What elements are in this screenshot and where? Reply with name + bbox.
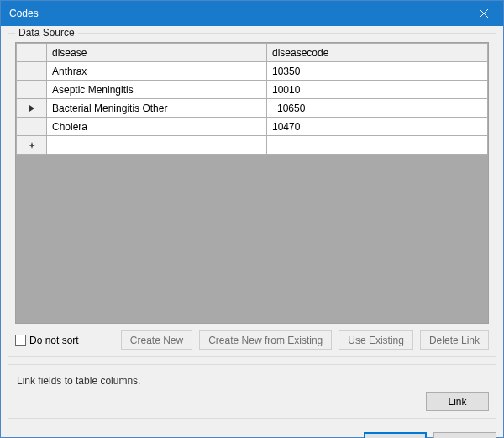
row-header-new[interactable]: [17, 136, 47, 155]
grid-toolbar: Do not sort Create New Create New from E…: [15, 330, 489, 350]
table-row[interactable]: Bacterial Meningitis Other: [17, 99, 488, 118]
column-header-disease[interactable]: disease: [47, 44, 267, 62]
cell-diseasecode[interactable]: [267, 136, 488, 155]
column-header-diseasecode[interactable]: diseasecode: [267, 44, 488, 62]
titlebar: Codes: [1, 1, 503, 26]
cell-editor[interactable]: [272, 99, 482, 117]
link-help-text: Link fields to table columns.: [17, 375, 489, 387]
cell-diseasecode[interactable]: 10470: [267, 118, 488, 136]
current-row-icon: [29, 104, 35, 113]
create-new-from-existing-button: Create New from Existing: [199, 330, 332, 350]
row-header-corner[interactable]: [17, 44, 47, 62]
ok-button[interactable]: OK: [364, 432, 427, 438]
row-header[interactable]: [17, 81, 47, 99]
dialog-buttons: OK Cancel: [1, 425, 503, 438]
new-row-icon: [28, 141, 36, 150]
row-header[interactable]: [17, 62, 47, 81]
data-source-group: Data Source disease diseasecode: [8, 33, 496, 357]
link-button[interactable]: Link: [426, 392, 489, 411]
data-source-label: Data Source: [15, 27, 78, 39]
cell-disease[interactable]: Bacterial Meningitis Other: [47, 99, 267, 118]
window-title: Codes: [9, 8, 465, 19]
codes-dialog: Codes Data Source disease diseasecode: [0, 0, 504, 438]
checkbox-box: [15, 335, 26, 346]
table-row[interactable]: Anthrax 10350: [17, 62, 488, 81]
close-icon: [480, 9, 488, 18]
client-area: Data Source disease diseasecode: [1, 26, 503, 425]
delete-link-button: Delete Link: [420, 330, 489, 350]
table-row[interactable]: Cholera 10470: [17, 118, 488, 136]
cancel-button[interactable]: Cancel: [433, 432, 496, 438]
cell-disease[interactable]: [47, 136, 267, 155]
do-not-sort-checkbox[interactable]: Do not sort: [15, 335, 79, 346]
table-row[interactable]: Aseptic Meningitis 10010: [17, 81, 488, 99]
cell-diseasecode-editing[interactable]: [267, 99, 488, 118]
svg-marker-2: [29, 105, 34, 112]
cell-disease[interactable]: Aseptic Meningitis: [47, 81, 267, 99]
codes-grid[interactable]: disease diseasecode Anthrax 10350 Asepti: [15, 42, 489, 324]
row-header-current[interactable]: [17, 99, 47, 118]
row-header[interactable]: [17, 118, 47, 136]
cell-disease[interactable]: Cholera: [47, 118, 267, 136]
cell-diseasecode[interactable]: 10010: [267, 81, 488, 99]
use-existing-button: Use Existing: [339, 330, 413, 350]
cell-diseasecode[interactable]: 10350: [267, 62, 488, 81]
create-new-button: Create New: [121, 330, 192, 350]
cell-disease[interactable]: Anthrax: [47, 62, 267, 81]
table-row-new[interactable]: [17, 136, 488, 155]
link-group: Link fields to table columns. Link: [8, 364, 496, 419]
do-not-sort-label: Do not sort: [29, 335, 79, 346]
close-button[interactable]: [465, 1, 503, 26]
